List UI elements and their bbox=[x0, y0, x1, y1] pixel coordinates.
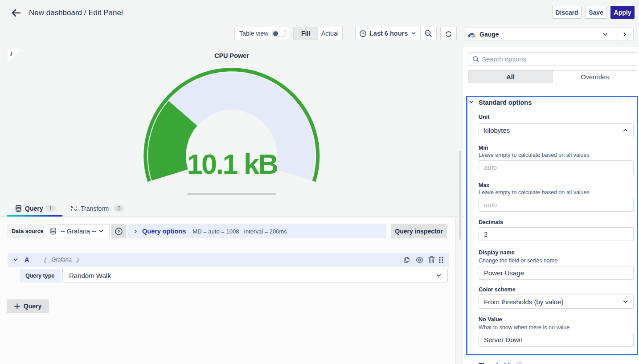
svg-text:?: ? bbox=[117, 229, 120, 234]
svg-text:79: 79 bbox=[470, 35, 474, 38]
